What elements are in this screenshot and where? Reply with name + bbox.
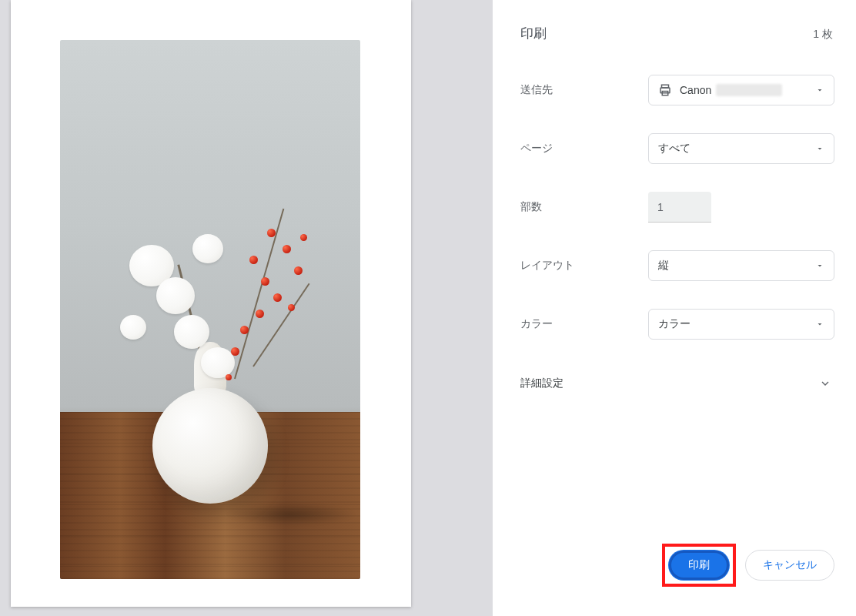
copies-value: 1	[657, 201, 664, 213]
caret-down-icon	[815, 261, 824, 270]
row-color: カラー カラー	[520, 295, 834, 353]
printer-icon	[658, 83, 672, 97]
destination-select[interactable]: Canon	[648, 75, 834, 105]
preview-page	[11, 0, 411, 607]
pages-value: すべて	[658, 142, 690, 156]
print-settings-panel: 印刷 1 枚 送信先 Canon ページ すべて	[493, 0, 856, 616]
label-color: カラー	[520, 317, 636, 331]
panel-header: 印刷 1 枚	[520, 22, 834, 61]
layout-value: 縦	[658, 259, 669, 273]
color-value: カラー	[658, 317, 690, 331]
cancel-button[interactable]: キャンセル	[745, 550, 834, 581]
chevron-down-icon	[819, 377, 831, 390]
copies-input[interactable]: 1	[648, 192, 711, 223]
caret-down-icon	[815, 144, 824, 153]
layout-select[interactable]: 縦	[648, 250, 834, 281]
advanced-label: 詳細設定	[520, 377, 563, 390]
advanced-settings-toggle[interactable]: 詳細設定	[520, 353, 834, 390]
print-preview-pane	[0, 0, 493, 616]
label-pages: ページ	[520, 142, 636, 156]
sheet-count: 1 枚	[813, 28, 833, 42]
label-layout: レイアウト	[520, 259, 636, 273]
dialog-footer: 印刷 キャンセル	[520, 533, 834, 601]
row-layout: レイアウト 縦	[520, 236, 834, 295]
print-button-highlight: 印刷	[662, 544, 736, 587]
destination-model-redacted	[716, 84, 782, 96]
label-copies: 部数	[520, 200, 636, 214]
caret-down-icon	[815, 85, 824, 95]
destination-value: Canon	[680, 84, 711, 96]
row-destination: 送信先 Canon	[520, 61, 834, 119]
pages-select[interactable]: すべて	[648, 133, 834, 164]
caret-down-icon	[815, 320, 824, 329]
print-button[interactable]: 印刷	[668, 550, 730, 581]
preview-photo	[60, 40, 360, 579]
row-copies: 部数 1	[520, 178, 834, 236]
panel-title: 印刷	[520, 25, 547, 42]
label-destination: 送信先	[520, 83, 636, 97]
color-select[interactable]: カラー	[648, 309, 834, 340]
row-pages: ページ すべて	[520, 119, 834, 178]
